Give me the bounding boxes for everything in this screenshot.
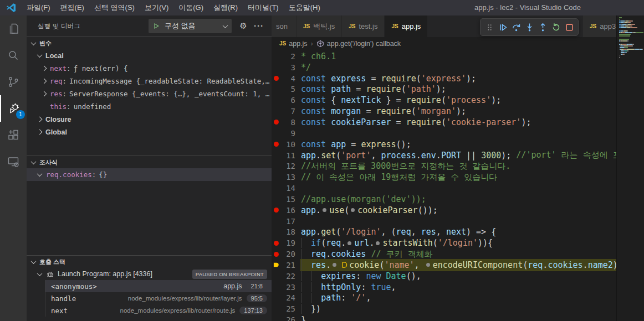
line-number: 12 xyxy=(280,162,295,170)
code-line[interactable]: 11app.set('port', process.env.PORT || 30… xyxy=(272,150,644,161)
variable-row[interactable]: next:ƒ next(err) { xyxy=(27,62,272,75)
code-line[interactable]: 23 httpOnly: true, xyxy=(272,282,644,293)
line-content: res.cookie('name', encodeURIComponent(re… xyxy=(301,260,616,271)
frame-name: handle xyxy=(51,294,76,303)
code-line[interactable]: 8const cookieParser = require('cookie-pa… xyxy=(272,117,644,128)
activity-search-icon[interactable] xyxy=(0,42,27,69)
code-line[interactable]: 16app.use(cookieParser()); xyxy=(272,205,644,216)
tab-백틱.js[interactable]: JS백틱.js xyxy=(297,15,342,37)
debug-step-out-button[interactable] xyxy=(536,20,549,34)
menu-파일[interactable]: 파일(F) xyxy=(22,0,55,15)
code-editor[interactable]: 2* ch6.13*/4const express = require('exp… xyxy=(272,50,644,321)
breadcrumb-symbol[interactable]: app.get('/login') callback xyxy=(327,40,401,48)
breakpoint-gutter[interactable] xyxy=(272,261,280,268)
debug-stop-button[interactable] xyxy=(563,20,576,34)
more-actions-icon[interactable]: ··· xyxy=(253,19,265,33)
stack-frame-row[interactable]: nextnode_modules/express/lib/router/rout… xyxy=(45,304,272,317)
inline-breakpoint-dot[interactable] xyxy=(323,208,326,212)
breadcrumb-file[interactable]: app.js xyxy=(289,40,307,48)
inline-breakpoint-dot[interactable] xyxy=(376,241,380,245)
code-line[interactable]: 18app.get('/login', (req, res, next) => … xyxy=(272,227,644,238)
inline-breakpoint-dot[interactable] xyxy=(347,241,351,245)
code-line[interactable]: 4const express = require('express'); xyxy=(272,73,644,84)
minimap-line xyxy=(619,42,643,43)
debug-session-row[interactable]: Launch Program: app.js [4336] PAUSED ON … xyxy=(27,268,272,280)
chevron-right-icon xyxy=(42,79,47,84)
menu-실행[interactable]: 실행(R) xyxy=(208,0,243,15)
code-line[interactable]: 22 expires: new Date(), xyxy=(272,271,644,282)
minimap-line xyxy=(619,25,643,27)
line-number: 9 xyxy=(280,129,295,138)
menu-이동[interactable]: 이동(G) xyxy=(173,0,208,15)
minimap-line xyxy=(619,45,643,46)
debug-restart-button[interactable] xyxy=(549,20,563,34)
line-number: 7 xyxy=(280,107,295,116)
scope-local[interactable]: Local xyxy=(27,49,272,62)
code-line[interactable]: 9 xyxy=(272,128,644,139)
breakpoint-gutter[interactable] xyxy=(272,142,280,147)
tab-son[interactable]: son xyxy=(272,15,297,37)
menu-도움말[interactable]: 도움말(H) xyxy=(284,0,325,15)
code-line[interactable]: 20 req.cookies // 쿠키 객체화 xyxy=(272,248,644,260)
inline-breakpoint-dot[interactable] xyxy=(333,263,336,267)
code-line[interactable]: 7const morgan = require('morgan'); xyxy=(272,106,644,117)
watch-expression-row[interactable]: req.cookies:{} xyxy=(27,168,272,181)
breakpoint-gutter[interactable] xyxy=(272,252,280,257)
variable-row[interactable]: this:undefined xyxy=(27,100,272,113)
debug-continue-button[interactable] xyxy=(496,20,509,34)
variables-header[interactable]: 변수 xyxy=(27,37,272,49)
menu-보기[interactable]: 보기(V) xyxy=(140,0,173,15)
menu-터미널[interactable]: 터미널(T) xyxy=(243,0,284,15)
stack-frame-row[interactable]: handlenode_modules/express/lib/router/la… xyxy=(45,292,272,304)
debug-config-dropdown[interactable]: 구성 없음 xyxy=(149,19,232,33)
debug-step-into-button[interactable] xyxy=(523,20,536,34)
line-content xyxy=(301,128,616,139)
activity-extensions-icon[interactable] xyxy=(0,122,27,148)
watch-header[interactable]: 조사식 xyxy=(27,156,272,168)
breakpoint-gutter[interactable] xyxy=(272,120,280,125)
gear-icon[interactable]: ⚙ xyxy=(237,19,249,33)
start-debug-icon[interactable] xyxy=(153,23,160,29)
code-line[interactable]: 25 }) xyxy=(272,303,644,314)
tab-app.js[interactable]: JSapp.js xyxy=(385,15,428,37)
code-line[interactable]: 12//서버의 포트를 3000번으로 지정하는 것 같습니다. xyxy=(272,161,644,172)
scope-closure[interactable]: Closure xyxy=(27,113,272,126)
code-line[interactable]: 14 xyxy=(272,183,644,194)
minimap[interactable] xyxy=(616,15,644,321)
stack-frame-row[interactable]: <anonymous>app.js21:8 xyxy=(45,280,272,292)
call-stack-header[interactable]: 호출 스택 xyxy=(27,256,272,268)
inline-breakpoint-dot[interactable] xyxy=(351,208,355,212)
line-content: const express = require('express'); xyxy=(301,73,616,84)
breakpoint-gutter[interactable] xyxy=(272,208,280,213)
code-line[interactable]: 6const { nextTick } = require('process')… xyxy=(272,95,644,106)
activity-source-control-icon[interactable] xyxy=(0,69,27,95)
variable-row[interactable]: res:ServerResponse {_events: {…}, _event… xyxy=(27,87,272,100)
tab-test.js[interactable]: JStest.js xyxy=(342,15,385,37)
js-file-icon: JS xyxy=(590,23,596,29)
code-line[interactable]: 24 path: '/', xyxy=(272,293,644,304)
breakpoint-gutter[interactable] xyxy=(272,241,280,246)
variable-row[interactable]: req:IncomingMessage {_readableState: Rea… xyxy=(27,75,272,87)
code-line[interactable]: 26} xyxy=(272,314,644,321)
code-line[interactable]: 21 res.cookie('name', encodeURIComponent… xyxy=(272,260,644,271)
activity-run-debug-icon[interactable]: 1 xyxy=(0,95,28,122)
activity-remote-explorer-icon[interactable] xyxy=(0,148,27,175)
code-line[interactable]: 5const path = require('path'); xyxy=(272,84,644,95)
activity-explorer-icon[interactable] xyxy=(0,15,27,42)
breakpoint-gutter[interactable] xyxy=(272,76,280,81)
menu-선택 영역[interactable]: 선택 영역(S) xyxy=(89,0,140,15)
code-line[interactable]: 3*/ xyxy=(272,62,644,73)
symbol-icon xyxy=(316,40,324,48)
minimap-line xyxy=(619,29,643,30)
menu-편집[interactable]: 편집(E) xyxy=(55,0,89,15)
code-line[interactable]: 2* ch6.1 xyxy=(272,51,644,62)
frame-name: <anonymous> xyxy=(51,282,97,291)
debug-step-over-button[interactable] xyxy=(509,20,523,34)
code-line[interactable]: 19 if(req.url.startsWith('/login')){ xyxy=(272,237,644,248)
scope-global[interactable]: Global xyxy=(27,126,272,138)
inline-breakpoint-dot[interactable] xyxy=(426,263,430,267)
code-line[interactable]: 13// 이 속성은 아래 19행처럼 가져올 수 있습니다 xyxy=(272,172,644,183)
code-line[interactable]: 17 xyxy=(272,216,644,227)
code-line[interactable]: 10const app = express(); xyxy=(272,139,644,150)
code-line[interactable]: 15//app.use(morgan('dev')); xyxy=(272,194,644,205)
